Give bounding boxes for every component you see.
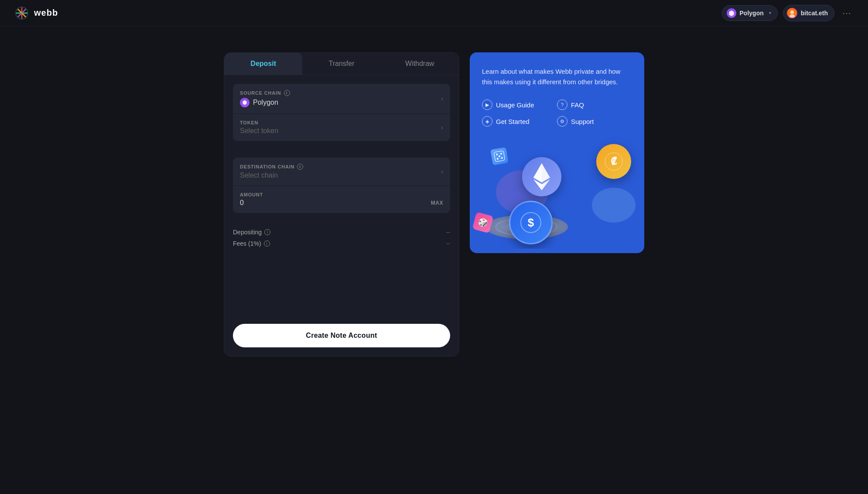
create-note-account-button[interactable]: Create Note Account bbox=[233, 324, 450, 347]
blob-blue-light bbox=[592, 188, 636, 223]
usd-coin: $ bbox=[509, 201, 553, 244]
fees-row: Fees (1%) i -- bbox=[233, 240, 450, 247]
svg-point-7 bbox=[790, 10, 794, 14]
chain-selector[interactable]: Polygon ▾ bbox=[722, 5, 778, 21]
source-chain-field[interactable]: SOURCE CHAIN i Polygon › bbox=[233, 84, 450, 114]
deposit-summary: Depositing i -- Fees (1%) i -- bbox=[224, 222, 459, 254]
svg-point-22 bbox=[501, 157, 503, 159]
destination-chain-label: Destination Chain i bbox=[240, 164, 443, 170]
info-panel: Learn about what makes Webb private and … bbox=[470, 52, 644, 253]
support-icon: ⚙ bbox=[557, 116, 567, 127]
info-panel-content: Learn about what makes Webb private and … bbox=[470, 52, 644, 127]
max-button[interactable]: MAX bbox=[431, 200, 443, 206]
token-field[interactable]: TOKEN Select token › bbox=[233, 114, 450, 141]
support-link[interactable]: ⚙ Support bbox=[557, 116, 632, 127]
amount-row: 0 MAX bbox=[240, 199, 443, 207]
depositing-value: -- bbox=[446, 229, 450, 236]
source-chain-label: SOURCE CHAIN i bbox=[240, 90, 443, 96]
tab-deposit[interactable]: Deposit bbox=[224, 53, 302, 75]
destination-chain-field[interactable]: Destination Chain i Select chain › bbox=[233, 158, 450, 186]
usage-guide-icon: ▶ bbox=[482, 99, 492, 110]
fees-info-icon[interactable]: i bbox=[264, 240, 270, 247]
wallet-avatar bbox=[787, 8, 797, 18]
crypto-illustration: ₡ $ 🎲 bbox=[470, 135, 644, 249]
wallet-button[interactable]: bitcat.eth bbox=[783, 5, 834, 21]
polygon-chain-icon bbox=[727, 8, 736, 18]
main-content: Deposit Transfer Withdraw SOURCE CHAIN i bbox=[0, 26, 868, 383]
dice-blue-icon bbox=[490, 147, 509, 165]
wallet-name: bitcat.eth bbox=[801, 10, 828, 17]
more-options-button[interactable]: ⋯ bbox=[840, 5, 854, 21]
destination-chain-value: Select chain bbox=[240, 172, 443, 179]
tab-transfer[interactable]: Transfer bbox=[302, 53, 380, 75]
svg-text:$: $ bbox=[528, 216, 534, 229]
svg-point-21 bbox=[497, 158, 499, 160]
header-right: Polygon ▾ bitcat.eth ⋯ bbox=[722, 5, 854, 21]
webb-logo-icon bbox=[14, 5, 30, 21]
amount-value: 0 bbox=[240, 199, 244, 207]
token-arrow-icon: › bbox=[441, 124, 443, 131]
chevron-down-icon: ▾ bbox=[769, 10, 771, 15]
depositing-info-icon[interactable]: i bbox=[264, 229, 270, 235]
deposit-form: SOURCE CHAIN i Polygon › bbox=[224, 75, 459, 222]
get-started-icon: ◈ bbox=[482, 116, 492, 127]
tabs-bar: Deposit Transfer Withdraw bbox=[224, 53, 459, 75]
get-started-link[interactable]: ◈ Get Started bbox=[482, 116, 557, 127]
links-grid: ▶ Usage Guide ? FAQ ◈ Get Started ⚙ Supp… bbox=[482, 99, 632, 127]
support-label: Support bbox=[571, 118, 594, 125]
svg-point-20 bbox=[499, 155, 501, 158]
chain-name: Polygon bbox=[740, 10, 764, 17]
svg-text:₡: ₡ bbox=[611, 156, 617, 167]
svg-point-19 bbox=[500, 153, 502, 155]
depositing-label: Depositing i bbox=[233, 229, 270, 236]
faq-icon: ? bbox=[557, 99, 567, 110]
ethereum-coin bbox=[522, 157, 561, 196]
faq-link[interactable]: ? FAQ bbox=[557, 99, 632, 110]
destination-chain-info-icon[interactable]: i bbox=[297, 164, 303, 170]
token-value: Select token bbox=[240, 127, 443, 135]
destination-chain-arrow-icon: › bbox=[441, 168, 443, 175]
faq-label: FAQ bbox=[571, 101, 584, 109]
logo-area: webb bbox=[14, 5, 58, 21]
create-btn-wrapper: Create Note Account bbox=[224, 254, 459, 356]
logo-text: webb bbox=[34, 8, 58, 18]
amount-field[interactable]: AMOUNT 0 MAX bbox=[233, 186, 450, 213]
source-chain-token-group: SOURCE CHAIN i Polygon › bbox=[233, 84, 450, 141]
app-header: webb Polygon ▾ bitcat.eth ⋯ bbox=[0, 0, 868, 26]
token-label: TOKEN bbox=[240, 120, 443, 125]
panel-description: Learn about what makes Webb private and … bbox=[482, 66, 632, 87]
source-chain-value: Polygon bbox=[240, 98, 443, 107]
tab-withdraw[interactable]: Withdraw bbox=[381, 53, 459, 75]
destination-amount-group: Destination Chain i Select chain › AMOUN… bbox=[233, 158, 450, 213]
fees-value: -- bbox=[446, 240, 450, 247]
source-chain-info-icon[interactable]: i bbox=[284, 90, 290, 96]
left-panel: Deposit Transfer Withdraw SOURCE CHAIN i bbox=[224, 52, 459, 357]
polygon-field-icon bbox=[240, 98, 249, 107]
amount-label: AMOUNT bbox=[240, 192, 443, 197]
usage-guide-link[interactable]: ▶ Usage Guide bbox=[482, 99, 557, 110]
depositing-row: Depositing i -- bbox=[233, 229, 450, 236]
get-started-label: Get Started bbox=[496, 118, 530, 125]
fees-label: Fees (1%) i bbox=[233, 240, 270, 247]
usage-guide-label: Usage Guide bbox=[496, 101, 534, 109]
source-chain-arrow-icon: › bbox=[441, 95, 443, 102]
dai-coin: ₡ bbox=[596, 144, 631, 179]
svg-point-18 bbox=[496, 154, 498, 156]
